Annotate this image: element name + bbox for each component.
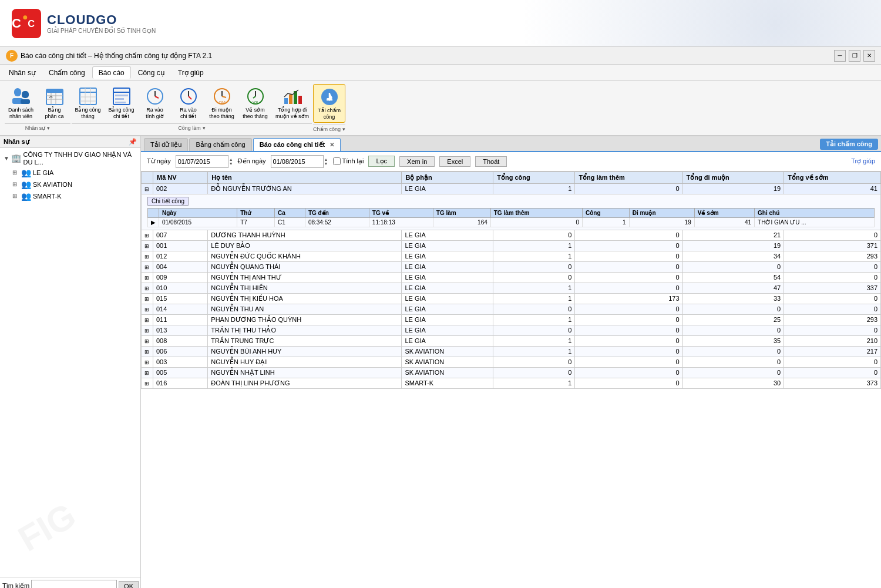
to-date-input[interactable] (271, 155, 324, 168)
to-date-up[interactable]: ▲ (324, 157, 328, 162)
help-link[interactable]: Trợ giúp (851, 157, 875, 165)
tonghop-label: Tổng hợp đimuộn về sớm (275, 107, 309, 120)
dth-expand (148, 208, 159, 217)
table-row: ⊞ 004 NGUYỄN QUANG THÁI LE GIA 0 0 0 0 (142, 261, 881, 272)
tree-expand-skaviation[interactable]: ⊞ (12, 181, 19, 187)
bangcongthang-label: Bảng côngtháng (75, 107, 100, 120)
svg-rect-24 (115, 102, 126, 103)
toolbar-vesom-theothang[interactable]: VS Về sớmtheo tháng (239, 84, 271, 122)
tree-expand-smartk[interactable]: ⊞ (12, 193, 19, 199)
chitiet-cong-button[interactable]: Chi tiết công (147, 197, 189, 206)
toolbar-tonghop-dimuon[interactable]: Tổng hợp đimuộn về sớm (273, 84, 312, 122)
excel-button[interactable]: Excel (439, 156, 470, 167)
menu-trogiu[interactable]: Trợ giúp (172, 67, 210, 79)
detail-data-row: ▶ 01/08/2015 T7 C1 08:34:52 11:18:13 164… (148, 217, 875, 227)
table-header-row: Mã NV Họ tên Bộ phận Tổng công Tổng làm … (142, 172, 881, 183)
sidebar-footer: Tìm kiếm OK (0, 577, 140, 588)
tree-item-cty[interactable]: ▼ 🏢 CÔNG TY TNHH DV GIAO NHẬN VÀ DU L... (2, 150, 139, 167)
th-manv: Mã NV (153, 172, 208, 183)
menu-baocao[interactable]: Báo cáo (92, 66, 131, 79)
bangphanca-icon: 25 (44, 86, 65, 107)
detail-expand[interactable]: ▶ (148, 217, 159, 227)
data-table: Mã NV Họ tên Bộ phận Tổng công Tổng làm … (141, 172, 881, 389)
restore-button[interactable]: ❐ (849, 50, 860, 62)
tree-item-skaviation[interactable]: ⊞ 👥 SK AVIATION (11, 179, 139, 190)
tree-label-smartk: SMART-K (33, 193, 62, 200)
row-hoten: ĐỖ NGUYỄN TRƯỜNG AN (208, 183, 402, 194)
table-row: ⊞ 009 NGUYỄN THỊ ANH THƯ LE GIA 0 0 54 0 (142, 272, 881, 283)
app-title: Báo cáo công chi tiết – Hệ thống chấm cô… (21, 52, 212, 60)
toolbar-bangcongchitiet[interactable]: Bảng côngchi tiết (105, 84, 137, 122)
tab-bangchamcong[interactable]: Bảng chấm công (189, 138, 251, 151)
minimize-button[interactable]: ─ (834, 50, 846, 62)
toolbar-bangcongthang[interactable]: Bảng côngtháng (72, 84, 104, 122)
table-row: ⊞ 013 TRẦN THỊ THU THẢO LE GIA 0 0 0 0 (142, 325, 881, 335)
bangphanca-label: Bảngphân ca (45, 107, 63, 120)
svg-point-2 (23, 15, 27, 19)
from-date-up[interactable]: ▲ (229, 157, 233, 162)
data-table-wrap: Mã NV Họ tên Bộ phận Tổng công Tổng làm … (141, 172, 881, 588)
vesom-label: Về sớmtheo tháng (243, 107, 268, 120)
ravao-tingio-icon (144, 86, 166, 107)
menu-nhansu[interactable]: Nhân sự (3, 67, 42, 79)
toolbar-tai-chamcong[interactable]: Tải chấmcông (313, 84, 345, 123)
row-manv: 002 (153, 183, 208, 194)
th-bophan: Bộ phận (402, 172, 493, 183)
from-label: Từ ngày (147, 157, 171, 165)
dth-tglam: TG làm (433, 208, 490, 217)
menu-chamcong[interactable]: Chấm công (43, 67, 91, 79)
to-date-down[interactable]: ▼ (324, 162, 328, 166)
from-date-down[interactable]: ▼ (229, 162, 233, 166)
dth-vesom: Về sớm (694, 208, 754, 217)
from-date-input[interactable] (176, 155, 228, 168)
toolbar-group-chamcong: Tải chấmcông Chấm công ▾ (313, 84, 345, 132)
tab-close-icon[interactable]: ✕ (329, 142, 334, 148)
table-row: ⊞ 003 NGUYỄN HUY ĐẠI SK AVIATION 0 0 0 0 (142, 357, 881, 367)
detail-tglam: 164 (433, 217, 490, 227)
group-nhansu-expand[interactable]: ▾ (47, 125, 50, 131)
svg-rect-22 (115, 95, 128, 96)
tai-chamcong-button[interactable]: Tải chấm công (820, 139, 878, 150)
toolbar-dimuon-theothang[interactable]: DM Đi muộntheo tháng (206, 84, 238, 122)
menu-congcu[interactable]: Công cụ (132, 67, 171, 79)
detail-cong: 1 (582, 217, 629, 227)
row-tongvesom: 41 (784, 183, 881, 194)
toolbar-group-conglam: Bảng côngtháng Bảng côngchi tiết (72, 84, 312, 131)
group-conglam-expand[interactable]: ▾ (203, 125, 206, 131)
to-date-wrap: ▲ ▼ (271, 155, 328, 168)
tab-baocaocongchitiet[interactable]: Báo cáo công chi tiết ✕ (253, 138, 341, 151)
tinhlai-checkbox[interactable] (333, 157, 341, 165)
close-button[interactable]: ✕ (863, 50, 875, 62)
group-chamcong-expand[interactable]: ▾ (342, 126, 345, 132)
search-ok-button[interactable]: OK (119, 581, 139, 588)
xemin-button[interactable]: Xem in (399, 156, 435, 167)
search-input[interactable] (31, 580, 117, 588)
svg-rect-8 (46, 89, 63, 93)
tree-label-legia: LE GIA (33, 169, 53, 176)
dimuon-icon: DM (211, 86, 233, 107)
company-name: CLOUDGO (47, 12, 156, 28)
toolbar-ravao-chitiet[interactable]: Ra vàochi tiết (172, 84, 204, 122)
tree-item-smartk[interactable]: ⊞ 👥 SMART-K (11, 190, 139, 202)
loc-button[interactable]: Lọc (368, 156, 395, 167)
toolbar-dsnhanvien[interactable]: Danh sáchnhân viên (5, 84, 37, 122)
tinhlai-wrap: Tính lại (333, 157, 364, 165)
tab-taidulieu[interactable]: Tải dữ liệu (144, 138, 188, 151)
tree-icon-smartk: 👥 (21, 191, 31, 201)
sidebar-pin-icon[interactable]: 📌 (129, 138, 137, 146)
tree-expand-legia[interactable]: ⊞ (12, 169, 19, 176)
filter-bar: Từ ngày ▲ ▼ Đến ngày ▲ ▼ Tính lại L (141, 152, 881, 172)
tree-expand-cty[interactable]: ▼ (4, 155, 9, 162)
toolbar-bangphanca[interactable]: 25 Bảngphân ca (38, 84, 70, 122)
detail-tgve: 11:18:13 (369, 217, 433, 227)
th-tongdimuon: Tổng đi muộn (682, 172, 784, 183)
svg-rect-6 (21, 99, 30, 104)
dsnhanvien-label: Danh sáchnhân viên (8, 107, 33, 120)
thoat-button[interactable]: Thoát (475, 156, 507, 167)
window-controls[interactable]: ─ ❐ ✕ (834, 50, 875, 62)
tree-icon-skaviation: 👥 (21, 180, 31, 189)
tree-item-legia[interactable]: ⊞ 👥 LE GIA (11, 167, 139, 179)
expand-cell[interactable]: ⊟ (142, 183, 153, 194)
branding-bar: C CLOUDGO GIẢI PHÁP CHUYÊN ĐỔI SỐ TINH G… (0, 0, 881, 47)
toolbar-ravao-tingio[interactable]: Ra vàotính giờ (139, 84, 171, 122)
